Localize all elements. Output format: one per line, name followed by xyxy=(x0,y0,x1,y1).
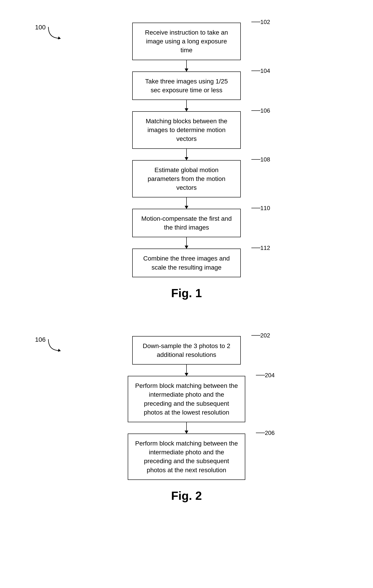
step-110-box: Motion-compensate the first and the thir… xyxy=(132,209,241,237)
step-112-number: 112 xyxy=(260,244,270,252)
step-102-box: Receive instruction to take an image usi… xyxy=(132,23,241,60)
step-102: Receive instruction to take an image usi… xyxy=(132,23,241,60)
step-102-number: 102 xyxy=(260,19,270,26)
step-106: Matching blocks between the images to de… xyxy=(132,111,241,149)
arrow-7 xyxy=(186,422,187,433)
fig1-curve-arrow xyxy=(46,25,64,41)
step-104-text: Take three images using 1/25 sec exposur… xyxy=(145,78,228,94)
step-102-text: Receive instruction to take an image usi… xyxy=(145,29,228,53)
step-206: Perform block matching between the inter… xyxy=(128,433,245,480)
step-112-text: Combine the three images and scale the r… xyxy=(143,255,230,271)
step-108-text: Estimate global motion parameters from t… xyxy=(148,167,225,191)
fig2-diagram-label: 106 xyxy=(35,336,64,353)
step-104: Take three images using 1/25 sec exposur… xyxy=(132,72,241,100)
arrow-5 xyxy=(186,237,187,249)
svg-marker-1 xyxy=(58,349,61,352)
step-204-text: Perform block matching between the inter… xyxy=(135,382,238,416)
step-104-number: 104 xyxy=(260,67,270,74)
step-106-text: Matching blocks between the images to de… xyxy=(145,118,227,142)
step-112-box: Combine the three images and scale the r… xyxy=(132,249,241,277)
step-206-text: Perform block matching between the inter… xyxy=(135,440,238,473)
step-204-number: 204 xyxy=(265,372,275,379)
step-106-number: 106 xyxy=(260,107,270,114)
step-108: Estimate global motion parameters from t… xyxy=(132,160,241,198)
page: 100 Receive instruction to take an image… xyxy=(0,0,373,588)
step-202-number: 202 xyxy=(260,332,270,339)
fig2-curve-arrow xyxy=(46,337,64,353)
arrow-6 xyxy=(186,365,187,376)
fig1-flowchart: Receive instruction to take an image usi… xyxy=(132,23,241,277)
arrow-4 xyxy=(186,198,187,209)
arrow-3 xyxy=(186,149,187,160)
svg-marker-0 xyxy=(58,36,61,39)
fig1-label: Fig. 1 xyxy=(171,286,202,300)
step-112: Combine the three images and scale the r… xyxy=(132,249,241,277)
fig2-label: Fig. 2 xyxy=(171,489,202,503)
step-206-number: 206 xyxy=(265,430,275,436)
arrow-2 xyxy=(186,100,187,111)
fig2-section: 106 Down-sample the 3 photos to 2 additi… xyxy=(0,327,373,516)
step-204-box: Perform block matching between the inter… xyxy=(128,376,245,422)
step-110: Motion-compensate the first and the thir… xyxy=(132,209,241,237)
step-110-number: 110 xyxy=(260,205,270,212)
fig1-id-label: 100 xyxy=(35,24,46,31)
arrow-1 xyxy=(186,60,187,72)
step-108-box: Estimate global motion parameters from t… xyxy=(132,160,241,198)
step-104-box: Take three images using 1/25 sec exposur… xyxy=(132,72,241,100)
step-202-box: Down-sample the 3 photos to 2 additional… xyxy=(132,336,241,365)
step-204: Perform block matching between the inter… xyxy=(128,376,245,422)
step-206-box: Perform block matching between the inter… xyxy=(128,433,245,480)
step-202: Down-sample the 3 photos to 2 additional… xyxy=(132,336,241,365)
fig2-id-label: 106 xyxy=(35,336,46,343)
step-110-text: Motion-compensate the first and the thir… xyxy=(141,215,232,231)
fig1-container: 100 Receive instruction to take an image… xyxy=(0,9,373,314)
step-108-number: 108 xyxy=(260,156,270,163)
step-202-text: Down-sample the 3 photos to 2 additional… xyxy=(143,342,230,358)
step-106-box: Matching blocks between the images to de… xyxy=(132,111,241,149)
fig1-diagram-label: 100 xyxy=(35,24,64,41)
fig2-flowchart: Down-sample the 3 photos to 2 additional… xyxy=(128,336,245,480)
